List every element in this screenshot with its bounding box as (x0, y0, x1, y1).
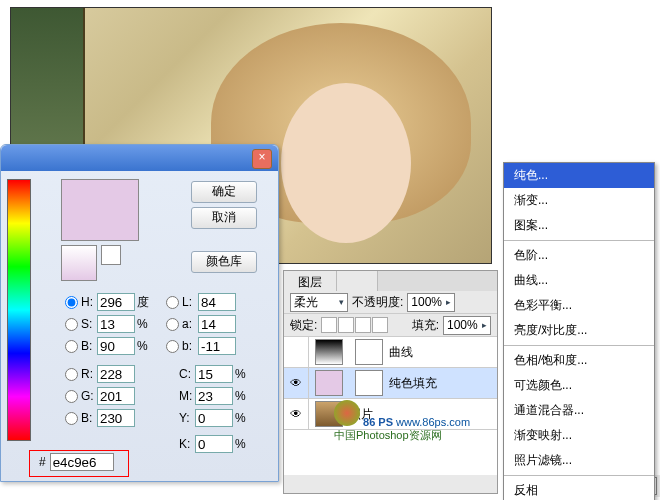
blend-mode-select[interactable]: 柔光▾ (290, 293, 348, 312)
layers-panel: 图层 柔光▾ 不透明度: 100%▸ 锁定: 填充: 100%▸ 曲线 👁 纯色… (283, 270, 498, 494)
lock-label: 锁定: (290, 317, 317, 334)
m-input[interactable] (195, 387, 233, 405)
a-input[interactable] (198, 315, 236, 333)
b-input[interactable] (97, 409, 135, 427)
hex-label: # (39, 455, 46, 469)
layer-item-curves[interactable]: 曲线 (284, 337, 497, 368)
layer-item-solidfill[interactable]: 👁 纯色填充 (284, 368, 497, 399)
opacity-select[interactable]: 100%▸ (407, 293, 455, 312)
cancel-button[interactable]: 取消 (191, 207, 257, 229)
menu-item[interactable]: 色相/饱和度... (504, 348, 654, 373)
visibility-toggle[interactable]: 👁 (284, 368, 309, 398)
hex-input[interactable] (50, 453, 114, 471)
layer-name: 曲线 (389, 344, 413, 361)
tab-layers[interactable]: 图层 (284, 271, 337, 291)
c-field: C:% (179, 365, 253, 383)
color-swatch (61, 179, 139, 241)
r-input[interactable] (97, 365, 135, 383)
tab-extra[interactable] (337, 271, 378, 291)
warning-swatch[interactable] (101, 245, 121, 265)
dialog-titlebar[interactable]: × (1, 145, 278, 171)
lock-icons[interactable] (321, 317, 388, 333)
a-field[interactable]: a: (166, 315, 236, 333)
lab-b-field[interactable]: b: (166, 337, 236, 355)
menu-item[interactable]: 图案... (504, 213, 654, 238)
color-picker-dialog: × 确定 取消 颜色库 H:度 S:% B:% R: G: B: L: a: b… (0, 144, 279, 482)
panel-tabs[interactable]: 图层 (284, 271, 497, 291)
fill-select[interactable]: 100%▸ (443, 316, 491, 335)
close-icon[interactable]: × (252, 149, 272, 169)
menu-item[interactable]: 渐变... (504, 188, 654, 213)
visibility-toggle[interactable]: 👁 (284, 399, 309, 429)
color-library-button[interactable]: 颜色库 (191, 251, 257, 273)
opacity-label: 不透明度: (352, 294, 403, 311)
lab-b-input[interactable] (198, 337, 236, 355)
h-input[interactable] (97, 293, 135, 311)
layer-name: 纯色填充 (389, 375, 437, 392)
ok-button[interactable]: 确定 (191, 181, 257, 203)
L-input[interactable] (198, 293, 236, 311)
menu-item[interactable]: 纯色... (504, 163, 654, 188)
color-swatch-mini[interactable] (61, 245, 97, 281)
k-field: K:% (179, 435, 253, 453)
r-field[interactable]: R: (65, 365, 135, 383)
menu-item[interactable]: 通道混合器... (504, 398, 654, 423)
y-field: Y:% (179, 409, 253, 427)
menu-item[interactable]: 照片滤镜... (504, 448, 654, 473)
g-field[interactable]: G: (65, 387, 135, 405)
hex-row: # (39, 453, 114, 471)
menu-item[interactable]: 渐变映射... (504, 423, 654, 448)
menu-item[interactable]: 亮度/对比度... (504, 318, 654, 343)
g-input[interactable] (97, 387, 135, 405)
watermark: 86 PS www.86ps.com 中国Photoshop资源网 (334, 400, 470, 443)
s-input[interactable] (97, 315, 135, 333)
c-input[interactable] (195, 365, 233, 383)
fill-label: 填充: (412, 317, 439, 334)
bv-field[interactable]: B:% (65, 337, 155, 355)
s-field[interactable]: S:% (65, 315, 155, 333)
y-input[interactable] (195, 409, 233, 427)
menu-item[interactable]: 曲线... (504, 268, 654, 293)
bv-input[interactable] (97, 337, 135, 355)
b-field[interactable]: B: (65, 409, 135, 427)
menu-item[interactable]: 可选颜色... (504, 373, 654, 398)
menu-item[interactable]: 反相 (504, 478, 654, 500)
watermark-logo (334, 400, 360, 426)
k-input[interactable] (195, 435, 233, 453)
L-field[interactable]: L: (166, 293, 236, 311)
h-field[interactable]: H:度 (65, 293, 155, 311)
blend-row: 柔光▾ 不透明度: 100%▸ (284, 291, 497, 314)
m-field: M:% (179, 387, 253, 405)
hue-slider[interactable] (7, 179, 31, 441)
photo-placeholder-face (281, 83, 411, 243)
menu-item[interactable]: 色彩平衡... (504, 293, 654, 318)
visibility-toggle[interactable] (284, 337, 309, 367)
adjustment-layer-menu: 纯色...渐变...图案...色阶...曲线...色彩平衡...亮度/对比度..… (503, 162, 655, 500)
chevron-down-icon: ▾ (339, 297, 344, 307)
menu-item[interactable]: 色阶... (504, 243, 654, 268)
lock-row: 锁定: 填充: 100%▸ (284, 314, 497, 337)
